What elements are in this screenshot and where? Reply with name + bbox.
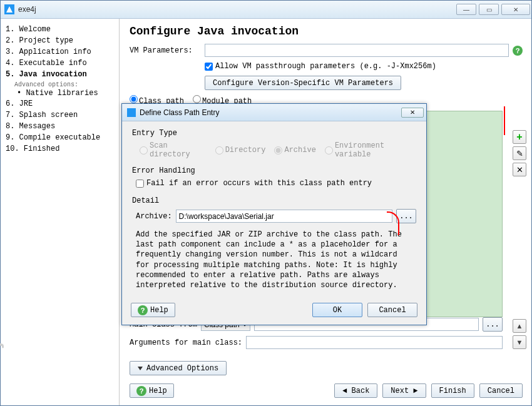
window-title: exe4j (18, 5, 36, 14)
sidebar-advanced-label: Advanced options: (3, 80, 116, 88)
archive-label: Archive (284, 146, 315, 155)
archive-description: Add the specified JAR or ZIP archive to … (132, 230, 416, 290)
dialog-ok-button[interactable]: OK (312, 303, 362, 317)
wizard-sidebar: 1. Welcome 2. Project type 3. Applicatio… (1, 19, 120, 405)
define-classpath-dialog: Define Class Path Entry ✕ Entry Type Sca… (121, 103, 427, 325)
add-entry-button[interactable]: + (513, 130, 526, 144)
allow-passthrough-checkbox[interactable] (205, 63, 213, 71)
vm-parameters-input[interactable] (205, 44, 509, 57)
dialog-cancel-button[interactable]: Cancel (367, 303, 417, 317)
sidebar-step-app-info[interactable]: 3. Application info (3, 46, 116, 58)
sidebar-step-messages[interactable]: 8. Messages (3, 121, 116, 132)
close-button[interactable]: ✕ (501, 4, 530, 15)
finish-button[interactable]: Finish (431, 383, 474, 398)
help-icon: ? (138, 305, 148, 315)
sidebar-step-splash[interactable]: 7. Splash screen (3, 109, 116, 121)
sidebar-step-java-invocation[interactable]: 5. Java invocation (3, 69, 116, 80)
cancel-button[interactable]: Cancel (479, 383, 523, 398)
help-icon: ? (136, 386, 146, 396)
envvar-radio (325, 146, 333, 155)
sidebar-step-compile[interactable]: 9. Compile executable (3, 132, 116, 143)
entry-type-heading: Entry Type (132, 129, 416, 138)
move-up-button[interactable]: ▲ (513, 319, 526, 333)
error-handling-heading: Error Handling (132, 166, 416, 175)
maximize-button[interactable]: ▭ (479, 4, 499, 15)
watermark: exe4j (0, 342, 4, 399)
dialog-help-button[interactable]: ?Help (131, 303, 175, 317)
move-down-button[interactable]: ▼ (513, 335, 526, 349)
chevron-down-icon (138, 367, 143, 370)
sidebar-step-jre[interactable]: 6. JRE (3, 98, 116, 109)
envvar-label: Environment variable (335, 141, 416, 159)
edit-entry-button[interactable]: ✎ (513, 146, 526, 160)
archive-radio (274, 146, 282, 155)
dialog-app-icon (127, 108, 136, 117)
remove-entry-button[interactable]: ✕ (513, 163, 526, 176)
titlebar[interactable]: exe4j — ▭ ✕ (1, 1, 531, 19)
vm-parameters-label: VM Parameters: (130, 46, 205, 55)
config-version-params-button[interactable]: Configure Version-Specific VM Parameters (205, 76, 401, 90)
annotation-line (504, 106, 505, 135)
back-button[interactable]: ◄ Back (334, 383, 377, 398)
app-icon (4, 4, 14, 14)
mainclass-browse-button[interactable]: ... (483, 317, 503, 332)
scan-directory-radio (140, 146, 148, 155)
vm-help-icon[interactable]: ? (513, 46, 523, 56)
classpath-radio[interactable] (130, 95, 138, 103)
allow-passthrough-label: Allow VM passthrough parameters (e.g. -J… (215, 62, 436, 71)
sidebar-step-project-type[interactable]: 2. Project type (3, 35, 116, 46)
modulepath-radio[interactable] (193, 95, 201, 103)
dialog-titlebar[interactable]: Define Class Path Entry ✕ (122, 104, 426, 121)
archive-field-label: Archive: (136, 212, 172, 221)
detail-heading: Detail (132, 196, 416, 205)
dialog-title: Define Class Path Entry (140, 108, 219, 117)
help-button[interactable]: ?Help (130, 383, 174, 398)
archive-browse-button[interactable]: ... (396, 209, 416, 223)
dialog-close-button[interactable]: ✕ (401, 108, 424, 118)
next-button[interactable]: Next ► (382, 383, 426, 398)
advanced-options-button[interactable]: Advanced Options (130, 361, 227, 375)
sidebar-step-welcome[interactable]: 1. Welcome (3, 24, 116, 35)
fail-on-error-label: Fail if an error occurs with this class … (146, 179, 372, 188)
arguments-label: Arguments for main class: (130, 338, 242, 347)
page-title: Configure Java invocation (130, 25, 523, 38)
arguments-input[interactable] (246, 336, 503, 349)
sidebar-native-libraries[interactable]: • Native libraries (3, 88, 116, 98)
scan-directory-label: Scan directory (150, 141, 207, 159)
sidebar-step-finished[interactable]: 10. Finished (3, 143, 116, 155)
fail-on-error-checkbox[interactable] (136, 180, 144, 188)
sidebar-step-exe-info[interactable]: 4. Executable info (3, 58, 116, 69)
directory-label: Directory (225, 146, 266, 155)
directory-radio (215, 146, 223, 155)
minimize-button[interactable]: — (456, 4, 476, 15)
archive-path-input[interactable] (176, 210, 392, 223)
